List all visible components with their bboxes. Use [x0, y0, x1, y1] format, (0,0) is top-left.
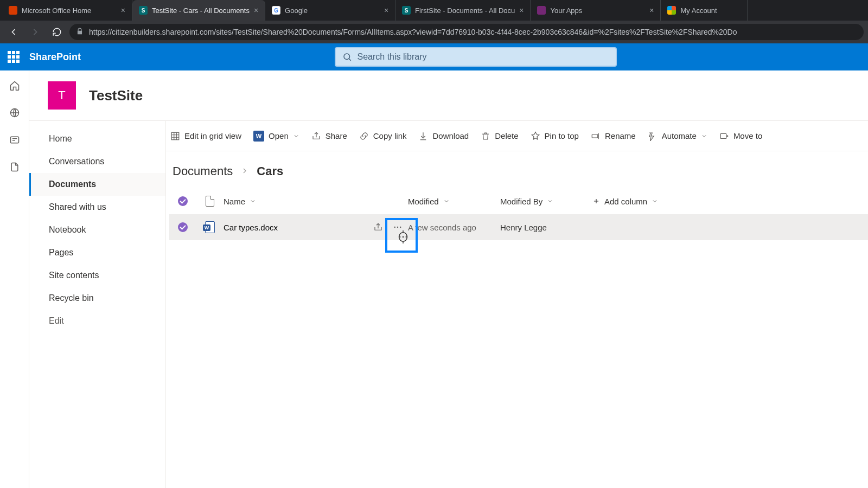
col-modified[interactable]: Modified: [408, 197, 500, 206]
check-icon: [178, 196, 188, 206]
app-launcher-icon[interactable]: [8, 51, 20, 63]
more-icon[interactable]: [393, 222, 403, 232]
chevron-right-icon: [240, 164, 249, 178]
cmd-share[interactable]: Share: [311, 131, 347, 141]
tab-your-apps[interactable]: Your Apps ×: [531, 0, 661, 21]
search-icon: [342, 52, 352, 62]
file-icon: [206, 196, 214, 207]
nav-shared-with-us[interactable]: Shared with us: [29, 196, 165, 219]
tab-my-account[interactable]: My Account: [661, 0, 748, 21]
chevron-down-icon: [701, 133, 707, 139]
cmd-open[interactable]: W Open: [253, 131, 299, 142]
tab-label: TestSite - Cars - All Documents: [152, 7, 250, 15]
content-area: T TestSite Home Conversations Documents …: [29, 70, 868, 488]
cmd-delete[interactable]: Delete: [481, 131, 518, 141]
tab-office-home[interactable]: Microsoft Office Home ×: [2, 0, 132, 21]
news-icon[interactable]: [9, 134, 20, 145]
tab-google[interactable]: G Google ×: [265, 0, 395, 21]
cmd-rename[interactable]: Rename: [591, 131, 636, 141]
select-all[interactable]: [169, 196, 196, 206]
suite-bar: SharePoint Search this library: [0, 43, 868, 70]
nav-edit[interactable]: Edit: [29, 310, 165, 332]
word-icon: W: [253, 131, 264, 142]
col-label: Modified By: [500, 197, 542, 206]
close-icon[interactable]: ×: [384, 6, 388, 15]
apps-icon: [537, 6, 546, 15]
cmd-label: Delete: [495, 131, 518, 140]
cmd-pin[interactable]: Pin to top: [531, 131, 579, 141]
nav-documents[interactable]: Documents: [29, 173, 165, 196]
chevron-down-icon: [250, 198, 256, 204]
tab-testsite-cars[interactable]: S TestSite - Cars - All Documents ×: [132, 0, 265, 21]
browser-chrome: Microsoft Office Home × S TestSite - Car…: [0, 0, 868, 43]
document-list: Name Modified Modified By: [166, 188, 868, 240]
tab-firstsite-docs[interactable]: S FirstSite - Documents - All Docu ×: [395, 0, 531, 21]
row-name-cell[interactable]: Car types.docx: [224, 222, 408, 232]
breadcrumb-root[interactable]: Documents: [173, 164, 233, 178]
sharepoint-icon: S: [139, 6, 148, 15]
nav-home[interactable]: Home: [29, 127, 165, 150]
cmd-label: Automate: [662, 131, 697, 140]
search-input[interactable]: Search this library: [335, 47, 617, 67]
cmd-download[interactable]: Download: [418, 131, 469, 141]
col-modified-by[interactable]: Modified By: [500, 197, 592, 206]
reload-button[interactable]: [48, 23, 66, 41]
row-modified-by: Henry Legge: [500, 223, 592, 232]
file-name: Car types.docx: [224, 223, 278, 232]
cmd-automate[interactable]: Automate: [648, 131, 707, 141]
list-header: Name Modified Modified By: [169, 188, 868, 214]
move-icon: [719, 131, 729, 141]
col-label: Modified: [408, 197, 439, 206]
cmd-label: Rename: [605, 131, 636, 140]
cmd-label: Download: [432, 131, 469, 140]
col-add[interactable]: Add column: [592, 197, 744, 206]
site-title[interactable]: TestSite: [89, 87, 143, 104]
nav-site-contents[interactable]: Site contents: [29, 264, 165, 287]
row-modified: A few seconds ago: [408, 223, 500, 232]
tab-label: Your Apps: [550, 7, 645, 15]
nav-notebook[interactable]: Notebook: [29, 219, 165, 241]
col-type[interactable]: [196, 196, 224, 207]
address-bar[interactable]: https://citizenbuilders.sharepoint.com/s…: [69, 24, 864, 40]
product-name[interactable]: SharePoint: [29, 52, 81, 63]
tab-label: Microsoft Office Home: [22, 7, 117, 15]
chevron-down-icon: [547, 198, 553, 204]
share-icon[interactable]: [373, 222, 383, 232]
main-pane: Edit in grid view W Open Share Copy link: [166, 121, 868, 488]
command-bar: Edit in grid view W Open Share Copy link: [166, 121, 868, 151]
google-icon: G: [272, 6, 280, 15]
svg-point-8: [400, 227, 401, 228]
row-type: [196, 221, 224, 233]
cmd-label: Edit in grid view: [184, 131, 241, 140]
nav-pages[interactable]: Pages: [29, 241, 165, 264]
plus-icon: [592, 197, 600, 205]
chevron-down-icon: [443, 198, 450, 204]
globe-icon[interactable]: [9, 107, 20, 118]
chevron-down-icon: [293, 133, 299, 139]
browser-nav-bar: https://citizenbuilders.sharepoint.com/s…: [0, 21, 868, 43]
close-icon[interactable]: ×: [519, 6, 524, 15]
cmd-edit-grid[interactable]: Edit in grid view: [170, 131, 241, 141]
row-select[interactable]: [169, 222, 196, 232]
close-icon[interactable]: ×: [254, 6, 258, 15]
files-icon[interactable]: [9, 162, 20, 172]
cmd-label: Pin to top: [545, 131, 579, 140]
cmd-label: Copy link: [373, 131, 407, 140]
cmd-move-to[interactable]: Move to: [719, 131, 762, 141]
search-placeholder: Search this library: [358, 52, 427, 62]
nav-conversations[interactable]: Conversations: [29, 150, 165, 173]
list-row[interactable]: Car types.docx A few seconds ago Henry L…: [169, 214, 868, 240]
forward-button[interactable]: [26, 23, 44, 41]
close-icon[interactable]: ×: [121, 6, 125, 15]
home-icon[interactable]: [9, 80, 20, 91]
close-icon[interactable]: ×: [649, 6, 654, 15]
back-button[interactable]: [4, 23, 23, 41]
nav-recycle-bin[interactable]: Recycle bin: [29, 287, 165, 310]
breadcrumb: Documents Cars: [166, 151, 868, 188]
site-header: T TestSite: [29, 70, 868, 120]
grid-icon: [170, 131, 180, 141]
col-name[interactable]: Name: [224, 197, 408, 206]
word-doc-icon: [205, 221, 215, 233]
site-logo[interactable]: T: [48, 81, 76, 110]
cmd-copy-link[interactable]: Copy link: [359, 131, 407, 141]
